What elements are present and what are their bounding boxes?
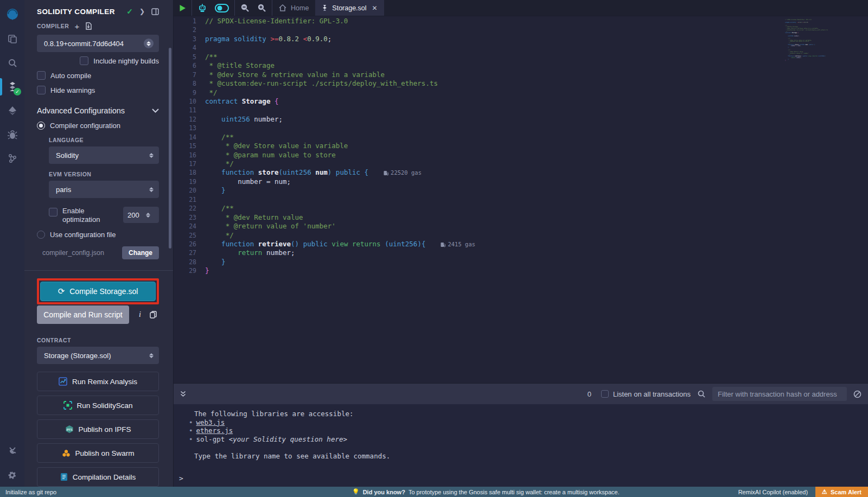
- terminal-header: 0 Listen on all transactions: [174, 384, 868, 404]
- code-line[interactable]: * @param num value to store: [205, 151, 868, 160]
- enable-optimization-checkbox[interactable]: [49, 208, 58, 216]
- code-line[interactable]: */: [205, 231, 868, 240]
- compiler-configuration-radio-row[interactable]: Compiler configuration: [37, 122, 159, 130]
- run-script-play-icon[interactable]: [179, 4, 186, 12]
- compile-button[interactable]: ⟳ Compile Storage.sol: [40, 282, 156, 301]
- contract-value: Storage (Storage.sol): [44, 352, 149, 360]
- code-line[interactable]: /**: [205, 53, 868, 61]
- change-config-button[interactable]: Change: [122, 246, 159, 259]
- code-line[interactable]: /**: [205, 204, 868, 213]
- terminal-line: Type the library name to see available c…: [174, 452, 868, 461]
- scam-alert-badge[interactable]: ⚠ Scam Alert: [815, 487, 868, 497]
- contract-select[interactable]: Storage (Storage.sol): [37, 347, 159, 364]
- compiler-version-value: 0.8.19+commit.7dd6d404: [44, 40, 144, 48]
- deploy-run-icon[interactable]: [0, 99, 24, 123]
- code-line[interactable]: [205, 43, 868, 52]
- use-configuration-file-radio-row[interactable]: Use configuration file: [37, 231, 159, 239]
- git-icon[interactable]: [0, 146, 24, 170]
- info-icon[interactable]: i: [139, 310, 141, 319]
- settings-gear-icon[interactable]: [0, 463, 24, 487]
- code-editor[interactable]: 1234567891011121314151617181920212223242…: [174, 16, 868, 383]
- code-line[interactable]: [205, 195, 868, 204]
- compilation-details-button[interactable]: Compilation Details: [37, 467, 159, 487]
- code-line[interactable]: number = num;: [205, 177, 868, 186]
- copilot-status[interactable]: RemixAI Copilot (enabled): [738, 489, 808, 495]
- code-content[interactable]: // SPDX-License-Identifier: GPL-3.0 prag…: [205, 16, 868, 383]
- code-line[interactable]: * @custom:dev-run-script ./scripts/deplo…: [205, 79, 868, 88]
- use-configuration-file-radio[interactable]: [37, 231, 45, 239]
- tab-home[interactable]: Home: [272, 0, 315, 16]
- copilot-toggle-icon[interactable]: [215, 4, 229, 12]
- code-line[interactable]: uint256 number;: [205, 115, 868, 124]
- code-line[interactable]: [205, 124, 868, 132]
- code-line[interactable]: */: [205, 88, 868, 97]
- terminal-line: •ethers.js: [174, 426, 868, 435]
- advanced-configurations-header[interactable]: Advanced Configurations: [37, 106, 159, 115]
- terminal-search-icon[interactable]: [697, 390, 706, 398]
- hide-warnings-checkbox-row[interactable]: Hide warnings: [37, 86, 159, 94]
- code-line[interactable]: contract Storage {: [205, 97, 868, 106]
- code-line[interactable]: */: [205, 160, 868, 168]
- code-line[interactable]: }: [205, 266, 868, 275]
- include-nightly-checkbox-row[interactable]: Include nightly builds: [37, 56, 159, 65]
- auto-compile-checkbox[interactable]: [37, 71, 46, 80]
- code-line[interactable]: [205, 26, 868, 34]
- code-line[interactable]: [205, 106, 868, 114]
- code-line[interactable]: pragma solidity >=0.8.2 <0.9.0;: [205, 35, 868, 43]
- solidity-compiler-icon[interactable]: ✓: [0, 75, 24, 99]
- git-init-status[interactable]: Initialize as git repo: [0, 489, 233, 495]
- listen-all-transactions-row[interactable]: Listen on all transactions: [601, 390, 691, 398]
- clear-console-icon[interactable]: [853, 390, 861, 398]
- hide-warnings-checkbox[interactable]: [37, 86, 46, 94]
- language-select[interactable]: Solidity: [49, 146, 159, 164]
- code-line[interactable]: * @dev Store value in variable: [205, 142, 868, 150]
- plugin-manager-icon[interactable]: [0, 439, 24, 463]
- code-line[interactable]: function store(uint256 num) public {2252…: [205, 168, 868, 177]
- listen-all-transactions-checkbox[interactable]: [601, 390, 609, 398]
- chevron-right-icon[interactable]: ❯: [139, 8, 145, 15]
- code-line[interactable]: * @dev Return value: [205, 213, 868, 222]
- run-remix-analysis-button[interactable]: Run Remix Analysis: [37, 372, 159, 391]
- publish-on-swarm-button[interactable]: Publish on Swarm: [37, 443, 159, 463]
- library-link[interactable]: ethers.js: [196, 426, 233, 435]
- code-line[interactable]: * @title Storage: [205, 61, 868, 70]
- code-line[interactable]: }: [205, 258, 868, 266]
- file-explorer-icon[interactable]: [0, 27, 24, 51]
- include-nightly-checkbox[interactable]: [80, 56, 88, 65]
- code-line[interactable]: * @return value of 'number': [205, 222, 868, 231]
- transaction-filter-input[interactable]: [712, 387, 847, 401]
- code-line[interactable]: }: [205, 186, 868, 195]
- compiler-version-select[interactable]: 0.8.19+commit.7dd6d404: [37, 35, 159, 52]
- zoom-out-icon[interactable]: [240, 3, 250, 12]
- load-compiler-file-icon[interactable]: [85, 22, 92, 30]
- compiler-configuration-radio[interactable]: [37, 122, 45, 130]
- ai-copilot-robot-icon[interactable]: [197, 3, 207, 13]
- remix-logo-icon[interactable]: [0, 3, 24, 27]
- optimization-runs-stepper[interactable]: 200: [123, 207, 159, 223]
- home-icon: [279, 4, 286, 11]
- code-line[interactable]: /**: [205, 133, 868, 142]
- run-solidityscan-button[interactable]: Run SolidityScan: [37, 396, 159, 415]
- terminal-prompt[interactable]: >: [179, 474, 183, 482]
- copy-icon[interactable]: [150, 311, 157, 318]
- minimap[interactable]: // SPDX-License-Identifier: GPL-3.0 prag…: [785, 16, 837, 62]
- pin-panel-icon[interactable]: [151, 8, 159, 15]
- add-compiler-icon[interactable]: +: [74, 22, 79, 31]
- expand-terminal-icon[interactable]: [180, 391, 186, 397]
- zoom-in-icon[interactable]: [257, 3, 266, 12]
- code-line[interactable]: function retrieve() public view returns …: [205, 240, 868, 248]
- library-link[interactable]: web3.js: [196, 418, 225, 426]
- code-line[interactable]: * @dev Store & retrieve value in a varia…: [205, 71, 868, 79]
- terminal-output[interactable]: The following libraries are accessible:•…: [174, 404, 868, 487]
- close-tab-icon[interactable]: ✕: [372, 4, 378, 12]
- panel-scrollbar[interactable]: [169, 48, 171, 248]
- tab-storage-sol[interactable]: Storage.sol ✕: [315, 0, 384, 16]
- publish-on-ipfs-button[interactable]: IPFS Publish on IPFS: [37, 419, 159, 439]
- search-icon[interactable]: [0, 51, 24, 75]
- evm-version-select[interactable]: paris: [49, 181, 159, 198]
- code-line[interactable]: return number;: [205, 248, 868, 257]
- code-line[interactable]: // SPDX-License-Identifier: GPL-3.0: [205, 17, 868, 26]
- compile-and-run-button[interactable]: Compile and Run script: [37, 305, 129, 324]
- auto-compile-checkbox-row[interactable]: Auto compile: [37, 71, 159, 80]
- debugger-icon[interactable]: [0, 123, 24, 146]
